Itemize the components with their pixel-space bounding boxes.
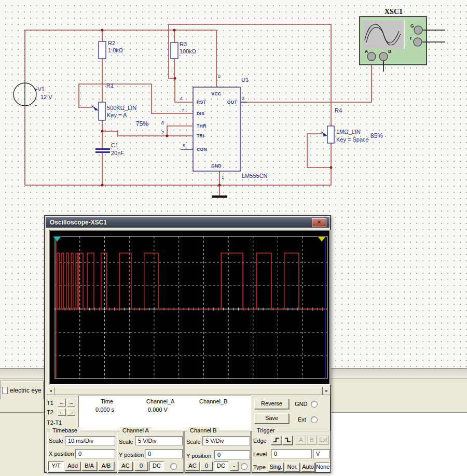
channel-a-ypos-field[interactable]: 0	[145, 449, 183, 458]
channel-a-zero-button[interactable]: 0	[134, 461, 148, 471]
ground-symbol[interactable]	[212, 195, 227, 198]
trigger-type-nor-button[interactable]: Nor.	[285, 463, 300, 472]
falling-edge-button[interactable]	[282, 436, 293, 445]
t-terminal[interactable]	[414, 38, 422, 46]
rising-edge-button[interactable]	[271, 436, 281, 445]
t1-label: T1	[47, 400, 53, 406]
u1-555-timer[interactable]: RST DIS THR TRI CON OUT VCC GND 4 7 6 2 …	[161, 74, 268, 180]
ab-mode-button[interactable]: A/B	[98, 461, 114, 471]
svg-text:VCC: VCC	[211, 91, 221, 96]
channel-b-scale-field[interactable]: 5 V/Div	[202, 436, 250, 445]
channel-a-radio[interactable]	[170, 463, 177, 470]
trigger-type-label: Type	[253, 464, 266, 470]
add-mode-button[interactable]: Add	[65, 461, 80, 471]
time-value: 0.000 s	[95, 407, 114, 413]
r1-potentiometer[interactable]: R1 500KΩ_LIN Key = A 75%	[91, 82, 148, 128]
svg-text:75%: 75%	[136, 120, 148, 128]
channel-b-radio[interactable]	[241, 463, 248, 470]
xsc1-instrument-icon[interactable]: XSC1 G T A B	[360, 8, 445, 72]
bottom-left-strip	[0, 413, 44, 476]
a-terminal[interactable]	[367, 52, 376, 61]
r3-resistor[interactable]: R3 100kΩ	[171, 41, 196, 59]
g-terminal[interactable]	[414, 26, 422, 34]
t1-left-button[interactable]: ←	[58, 399, 66, 407]
trigger-source-a-button[interactable]: A	[296, 436, 306, 445]
svg-text:LM555CN: LM555CN	[242, 173, 268, 179]
svg-text:B: B	[388, 49, 392, 54]
channel-b-zero-button[interactable]: 0	[200, 461, 213, 471]
svg-text:DIS: DIS	[197, 111, 204, 116]
svg-text:OUT: OUT	[227, 100, 238, 105]
channel-b-ypos-label: Y position	[186, 453, 211, 459]
t2-right-button[interactable]: →	[67, 408, 75, 416]
svg-text:2: 2	[161, 130, 164, 135]
channel-a-scale-label: Scale	[119, 439, 133, 445]
trigger-type-auto-button[interactable]: Auto	[301, 463, 315, 472]
t2-left-button[interactable]: ←	[58, 408, 66, 416]
svg-text:1: 1	[222, 175, 224, 180]
r2-resistor[interactable]: R2 1.0kΩ	[99, 40, 123, 59]
svg-text:85%: 85%	[370, 132, 383, 139]
readout-panel: Time Channel_A Channel_B 0.000 s 0.000 V	[78, 396, 251, 430]
channel-b-minus-button[interactable]: -	[230, 461, 238, 471]
trigger-type-sing-button[interactable]: Sing.	[268, 463, 284, 472]
window-title: Oscilloscope-XSC1	[46, 219, 107, 226]
gnd-radio-label: GND	[295, 401, 307, 407]
scroll-right-icon[interactable]: ►	[323, 387, 331, 395]
yt-mode-button[interactable]: Y/T	[48, 461, 64, 471]
trigger-source-ext-button[interactable]: Ext	[318, 436, 329, 445]
svg-text:Key = Space: Key = Space	[336, 136, 369, 143]
channel-b-scale-label: Scale	[186, 439, 201, 445]
ext-radio[interactable]	[311, 416, 318, 423]
t1-right-button[interactable]: →	[67, 399, 75, 407]
sheet-icon	[2, 387, 8, 394]
scope-scrollbar[interactable]: ◄ ►	[47, 387, 331, 395]
svg-text:500KΩ_LIN: 500KΩ_LIN	[107, 105, 136, 111]
timebase-scale-field[interactable]: 10 ms/Div	[65, 436, 115, 445]
trigger-level-field[interactable]: 0	[271, 449, 312, 458]
channel-a-scale-field[interactable]: 5 V/Div	[135, 436, 183, 445]
reverse-button[interactable]: Reverse	[254, 399, 289, 409]
channel-a-ypos-label: Y position	[119, 452, 144, 458]
svg-text:A: A	[365, 49, 368, 54]
svg-text:C1: C1	[111, 142, 118, 148]
svg-text:CON: CON	[197, 147, 207, 152]
trigger-source-b-button[interactable]: B	[307, 436, 317, 445]
svg-text:THR: THR	[197, 123, 207, 129]
svg-text:100kΩ: 100kΩ	[180, 48, 196, 54]
trigger-level-unit[interactable]: V	[313, 449, 330, 458]
svg-text:-: -	[35, 102, 37, 108]
channel-a-ac-button[interactable]: AC	[118, 461, 133, 471]
trigger-type-none-button[interactable]: None	[315, 463, 329, 472]
sheet-tab-electric-eye[interactable]: electric eye	[0, 381, 44, 399]
ba-mode-button[interactable]: B/A	[81, 461, 97, 471]
timebase-group: Timebase Scale 10 ms/Div X position 0 Y/…	[47, 431, 116, 473]
close-button[interactable]: ×	[312, 218, 326, 227]
channel-b-ypos-field[interactable]: 0	[214, 450, 250, 459]
svg-text:8: 8	[218, 74, 221, 79]
b-terminal[interactable]	[379, 52, 388, 61]
title-bar[interactable]: Oscilloscope-XSC1 ×	[46, 217, 329, 228]
rising-edge-icon	[273, 437, 280, 443]
wires[interactable]	[25, 24, 372, 195]
gnd-radio[interactable]	[311, 401, 318, 408]
scroll-left-icon[interactable]: ◄	[47, 387, 54, 395]
timebase-xpos-field[interactable]: 0	[75, 449, 115, 458]
v1-source[interactable]: +V1 12 V -	[13, 83, 52, 108]
svg-text:RST: RST	[197, 100, 207, 105]
t2-t1-label: T2-T1	[47, 419, 62, 426]
svg-text:TRI: TRI	[197, 133, 204, 138]
scroll-thumb[interactable]	[54, 387, 323, 395]
channel-a-dc-button[interactable]: DC	[149, 461, 164, 471]
ext-radio-label: Ext	[298, 416, 306, 423]
trigger-edge-label: Edge	[253, 438, 267, 444]
channel-a-group: Channel A Scale 5 V/Div Y position 0 AC …	[117, 431, 184, 473]
t2-label: T2	[47, 409, 53, 415]
channel-b-ac-button[interactable]: AC	[186, 461, 199, 471]
save-button[interactable]: Save	[254, 413, 289, 424]
r4-potentiometer[interactable]: R4 1MΩ_LIN Key = Space 85%	[321, 107, 383, 143]
channel-b-dc-button[interactable]: DC	[214, 461, 228, 471]
trigger-level-label: Level	[253, 451, 267, 457]
c1-capacitor[interactable]: C1 20nF	[95, 142, 124, 156]
multisim-screen: +V1 12 V - R2 1.0kΩ R3 100kΩ R1	[0, 0, 467, 476]
